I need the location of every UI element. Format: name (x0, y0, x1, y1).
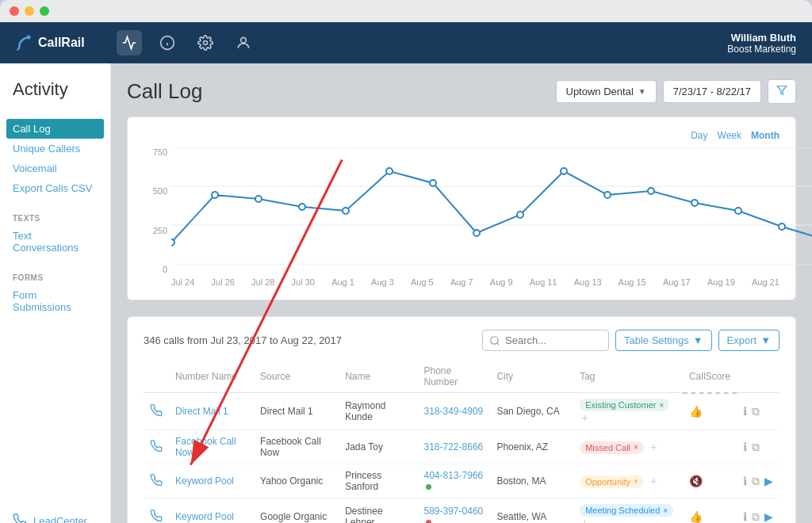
mute-icon[interactable]: 🔇 (689, 475, 703, 487)
intelligence-nav-icon[interactable] (155, 30, 180, 55)
copy-icon[interactable]: ⧉ (752, 405, 760, 418)
number-name-cell[interactable]: Keyword Pool (169, 464, 254, 498)
x-label-aug1: Aug 1 (331, 277, 354, 287)
page-title: Call Log (127, 79, 202, 104)
sidebar-item-calllog[interactable]: Call Log (6, 119, 104, 139)
info-icon[interactable]: ℹ (743, 441, 747, 454)
chart-controls: Day Week Month (144, 130, 779, 141)
export-button[interactable]: Export ▼ (718, 330, 779, 351)
info-icon[interactable]: ℹ (743, 475, 747, 488)
tag-add-icon[interactable]: + (650, 475, 657, 487)
table-settings-chevron-icon: ▼ (693, 334, 703, 346)
main-layout: Activity Call Log Unique Callers Voicema… (0, 63, 812, 523)
activity-nav-icon[interactable] (117, 30, 142, 55)
x-label-jul24: Jul 24 (171, 277, 194, 287)
logo-text: CallRail (38, 36, 85, 50)
leadcenter-link[interactable]: LeadCenter (0, 504, 111, 523)
tag-close-icon[interactable]: × (634, 443, 638, 452)
filter-button[interactable] (768, 79, 796, 104)
logo[interactable]: CallRail (16, 34, 85, 52)
number-name-cell[interactable]: Facebook Call Now (169, 430, 254, 464)
phone-cell[interactable]: 318-349-4909 (418, 393, 491, 430)
line-chart (171, 147, 812, 265)
user-name: William Bluth (727, 32, 796, 44)
chart-week-button[interactable]: Week (718, 130, 741, 141)
tag-close-icon[interactable]: × (634, 477, 638, 486)
tag-missed-call[interactable]: Missed Call × (580, 441, 644, 454)
table-settings-button[interactable]: Table Settings ▼ (615, 330, 712, 351)
tag-add-icon[interactable]: + (650, 441, 657, 453)
copy-icon[interactable]: ⧉ (752, 510, 760, 524)
thumbs-up-icon[interactable]: 👍 (689, 510, 703, 523)
source-cell: Google Organic (254, 498, 339, 524)
svg-point-3 (240, 37, 246, 43)
thumbs-up-icon[interactable]: 👍 (689, 405, 703, 418)
col-phone[interactable]: Phone Number (418, 361, 491, 393)
x-label-aug19: Aug 19 (707, 277, 735, 287)
sidebar-item-text-conversations[interactable]: Text Conversations (0, 226, 110, 258)
company-chevron-icon: ▼ (638, 87, 646, 96)
tag-close-icon[interactable]: × (663, 506, 668, 515)
tag-meeting-scheduled[interactable]: Meeting Scheduled × (580, 504, 673, 517)
x-label-aug3: Aug 3 (371, 277, 394, 287)
inbound-call-icon (150, 474, 163, 487)
sidebar-item-form-submissions[interactable]: Form Submissions (0, 285, 110, 317)
table-row: Keyword Pool Google Organic Destinee Leh… (144, 498, 779, 524)
number-name-cell[interactable]: Keyword Pool (169, 498, 254, 524)
copy-icon[interactable]: ⧉ (752, 475, 760, 488)
tag-add-icon[interactable]: + (581, 411, 588, 424)
col-status (144, 361, 169, 393)
minimize-button[interactable] (25, 6, 34, 16)
x-label-aug17: Aug 17 (663, 277, 691, 287)
col-callscore[interactable]: CallScore (683, 361, 737, 393)
search-input[interactable] (482, 330, 609, 351)
company-selector-button[interactable]: Uptown Dental ▼ (556, 80, 657, 103)
col-name[interactable]: Name (339, 361, 417, 393)
tag-existing-customer[interactable]: Existing Customer × (580, 399, 669, 411)
y-label-500: 500 (144, 186, 167, 196)
svg-point-18 (473, 230, 480, 236)
tag-cell: Opportunity × + (573, 464, 683, 498)
col-number-name[interactable]: Number Name (169, 361, 254, 393)
tag-close-icon[interactable]: × (659, 401, 664, 410)
col-source[interactable]: Source (254, 361, 339, 393)
copy-icon[interactable]: ⧉ (752, 441, 760, 454)
svg-point-24 (735, 208, 741, 214)
name-cell: Jada Toy (339, 430, 417, 464)
col-city[interactable]: City (490, 361, 573, 393)
source-cell: Facebook Call Now (254, 430, 339, 464)
tag-add-icon[interactable]: + (581, 517, 588, 523)
sidebar-item-export-calls[interactable]: Export Calls CSV (0, 178, 110, 198)
col-tag[interactable]: Tag (573, 361, 683, 393)
name-cell: Destinee Lehner (339, 498, 417, 524)
actions-cell: ℹ ⧉ (737, 393, 779, 430)
date-range-button[interactable]: 7/23/17 - 8/22/17 (663, 80, 761, 103)
settings-nav-icon[interactable] (193, 30, 218, 55)
table-card: 346 calls from Jul 23, 2017 to Aug 22, 2… (127, 316, 796, 523)
sidebar-item-voicemail[interactable]: Voicemail (0, 158, 110, 178)
phone-cell[interactable]: 589-397-0460 (418, 498, 491, 524)
close-button[interactable] (10, 6, 19, 16)
inbound-call-icon (150, 404, 163, 417)
play-icon[interactable]: ▶ (764, 475, 773, 488)
info-icon[interactable]: ℹ (743, 405, 747, 418)
svg-point-11 (171, 239, 174, 246)
account-nav-icon[interactable] (231, 30, 256, 55)
x-label-jul26: Jul 26 (212, 277, 235, 287)
phone-cell[interactable]: 318-722-8666 (418, 430, 491, 464)
phone-cell[interactable]: 404-813-7966 (418, 464, 491, 498)
svg-point-2 (203, 41, 207, 45)
play-icon[interactable]: ▶ (764, 510, 773, 524)
svg-point-16 (386, 168, 393, 174)
chart-day-button[interactable]: Day (691, 130, 707, 141)
info-icon[interactable]: ℹ (743, 510, 747, 524)
window-chrome (0, 0, 812, 22)
tag-opportunity[interactable]: Opportunity × (580, 475, 644, 488)
chart-month-button[interactable]: Month (751, 130, 779, 141)
maximize-button[interactable] (40, 6, 49, 16)
sidebar-item-unique-callers[interactable]: Unique Callers (0, 139, 110, 158)
table-row: Facebook Call Now Facebook Call Now Jada… (144, 430, 779, 464)
number-name-cell[interactable]: Direct Mail 1 (169, 393, 254, 430)
inbound-call-icon (150, 440, 163, 452)
score-cell (683, 430, 737, 464)
